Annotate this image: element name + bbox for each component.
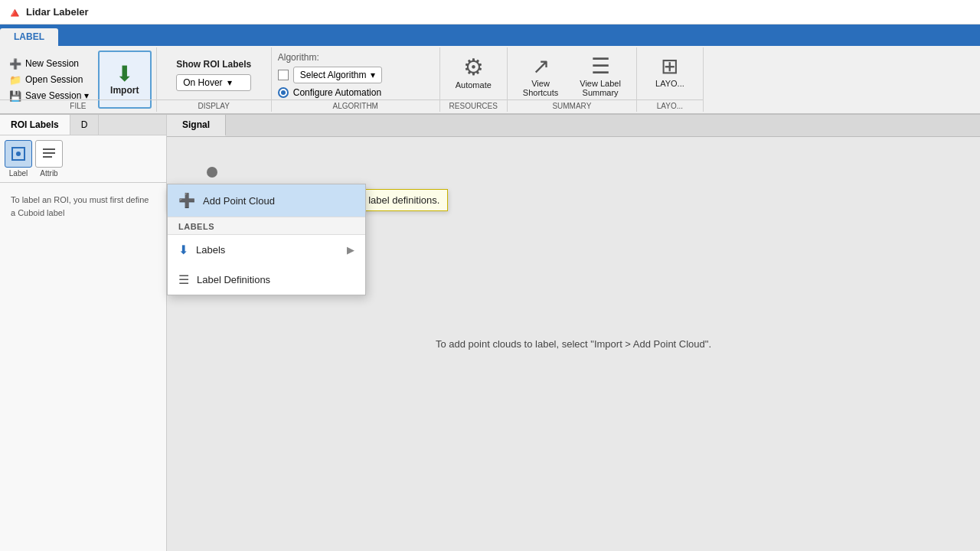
app-title: Lidar Labeler — [26, 6, 89, 18]
new-session-icon: ➕ — [9, 58, 21, 70]
label-definitions-icon: ☰ — [178, 272, 189, 287]
tool-bar: Label Attrib — [0, 135, 166, 183]
attrib-tool-label: Attrib — [40, 169, 57, 178]
label-tool-container: Label — [5, 140, 32, 178]
open-session-button[interactable]: 📁 Open Session — [5, 73, 93, 87]
view-label-summary-icon: ☰ — [591, 54, 610, 79]
content-tabs: Signal — [167, 115, 980, 137]
resources-section-label: RESOURCES — [440, 99, 507, 110]
new-session-button[interactable]: ➕ New Session — [5, 57, 93, 71]
open-session-label: Open Session — [25, 74, 83, 85]
algorithm-section-label: ALGORITHM — [272, 99, 439, 110]
import-dropdown-menu: ➕ Add Point Cloud LABELS ⬇ Labels ▶ ☰ La… — [167, 184, 366, 295]
label-tool-label: Label — [9, 169, 28, 178]
tab-signal[interactable]: Signal — [167, 115, 226, 136]
file-section-label: FILE — [0, 99, 156, 110]
resources-section: ⚙ Automate RESOURCES — [440, 47, 508, 112]
app-icon: 🔺 — [6, 5, 21, 20]
labels-item-icon: ⬇ — [178, 243, 188, 257]
tab-d[interactable]: D — [70, 115, 100, 135]
summary-section: ↗ View Shortcuts ☰ View Label Summary SU… — [508, 47, 637, 112]
add-point-cloud-label: Add Point Cloud — [203, 195, 275, 207]
ribbon-tabs: LABEL — [0, 24, 980, 46]
layout-section: ⊞ LAYO... LAYO... — [637, 47, 704, 112]
algorithm-title: Algorithm: — [278, 52, 319, 63]
label-tool-icon — [11, 146, 26, 161]
layout-button[interactable]: ⊞ LAYO... — [643, 51, 697, 91]
view-shortcuts-label: View Shortcuts — [523, 79, 558, 97]
content-hint: To add point clouds to label, select "Im… — [436, 338, 711, 350]
labels-item-label: Labels — [196, 244, 225, 256]
svg-rect-4 — [43, 156, 52, 158]
select-algorithm-row: Select Algorithm ▾ — [278, 67, 383, 83]
label-definitions-item[interactable]: ☰ Label Definitions — [168, 265, 365, 295]
labels-item[interactable]: ⬇ Labels ▶ — [168, 235, 365, 265]
main-content: ROI Labels D Label — [0, 115, 980, 551]
labels-submenu-arrow-icon: ▶ — [347, 244, 354, 256]
svg-rect-2 — [43, 148, 55, 150]
configure-automation-row: Configure Automation — [278, 87, 381, 98]
layout-icon: ⊞ — [661, 54, 678, 79]
radio-button-configure[interactable] — [278, 87, 289, 98]
show-roi-labels: Show ROI Labels — [176, 59, 251, 70]
label-tool-button[interactable] — [5, 140, 32, 168]
layout-section-label: LAYO... — [637, 99, 703, 110]
attrib-tool-container: Attrib — [35, 140, 63, 178]
select-algorithm-label: Select Algorithm — [300, 70, 367, 80]
svg-rect-3 — [43, 152, 55, 154]
tab-label[interactable]: LABEL — [0, 28, 58, 46]
add-point-cloud-icon: ➕ — [178, 192, 195, 209]
display-section-label: DISPLAY — [157, 99, 271, 110]
labels-section-header: LABELS — [168, 217, 365, 235]
left-panel-tabs: ROI Labels D — [0, 115, 166, 135]
algorithm-section: Algorithm: Select Algorithm ▾ Configure … — [272, 47, 440, 112]
select-algorithm-arrow-icon: ▾ — [371, 70, 375, 80]
ribbon-toolbar: ➕ New Session 📁 Open Session 💾 Save Sess… — [0, 46, 980, 115]
left-panel: ROI Labels D Label — [0, 115, 167, 551]
view-shortcuts-icon: ↗ — [532, 54, 550, 79]
summary-section-label: SUMMARY — [508, 99, 636, 110]
right-panel: Signal To add point clouds to label, sel… — [167, 115, 980, 551]
configure-automation-label: Configure Automation — [293, 87, 381, 98]
automate-label: Automate — [456, 80, 492, 90]
add-point-cloud-item[interactable]: ➕ Add Point Cloud — [168, 184, 365, 217]
algo-checkbox-icon — [278, 70, 289, 80]
panel-hint: To label an ROI, you must first define a… — [0, 183, 166, 230]
display-section: Show ROI Labels On Hover ▾ DISPLAY — [157, 47, 272, 112]
import-icon: ⬇ — [116, 64, 133, 85]
svg-point-1 — [16, 152, 21, 156]
on-hover-label: On Hover — [183, 77, 222, 88]
attrib-tool-button[interactable] — [35, 140, 63, 168]
automate-icon: ⚙ — [463, 54, 484, 80]
view-label-summary-button[interactable]: ☰ View Label Summary — [570, 51, 630, 100]
import-label: Import — [110, 85, 139, 96]
automate-button[interactable]: ⚙ Automate — [446, 51, 501, 93]
tab-roi-labels[interactable]: ROI Labels — [0, 115, 70, 135]
on-hover-arrow-icon: ▾ — [227, 77, 232, 88]
on-hover-dropdown[interactable]: On Hover ▾ — [176, 74, 251, 91]
view-label-summary-label: View Label Summary — [580, 79, 621, 97]
attrib-tool-icon — [41, 146, 57, 161]
layout-label: LAYO... — [655, 79, 684, 88]
select-algorithm-dropdown[interactable]: Select Algorithm ▾ — [293, 67, 383, 83]
label-definitions-label: Label Definitions — [197, 274, 270, 285]
title-bar: 🔺 Lidar Labeler — [0, 0, 980, 24]
file-section: ➕ New Session 📁 Open Session 💾 Save Sess… — [0, 47, 157, 112]
view-shortcuts-button[interactable]: ↗ View Shortcuts — [514, 51, 567, 100]
open-session-icon: 📁 — [9, 74, 21, 86]
new-session-label: New Session — [25, 58, 79, 69]
